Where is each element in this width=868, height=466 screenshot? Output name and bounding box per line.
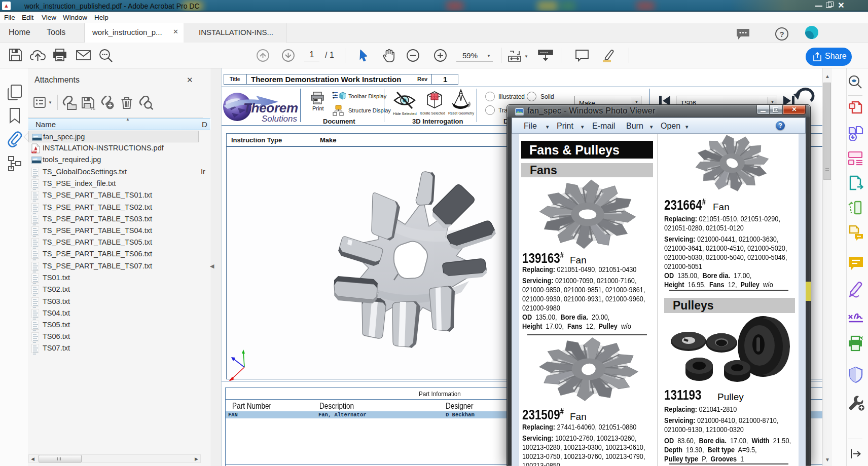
svg-text:Theorem: Theorem — [243, 100, 298, 115]
svg-text:?: ? — [779, 30, 784, 38]
svg-text:PDF: PDF — [31, 150, 36, 153]
svg-text:Solutions: Solutions — [262, 114, 297, 124]
